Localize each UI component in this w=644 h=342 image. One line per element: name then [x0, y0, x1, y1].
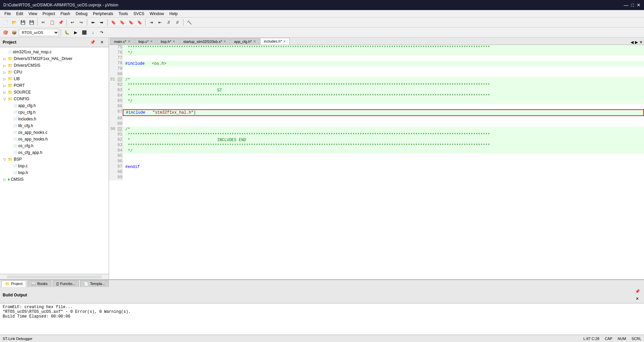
tab-scroll-left-btn[interactable]: ◀ [631, 40, 634, 45]
code-cell-89[interactable] [122, 121, 644, 127]
uncomment-btn[interactable]: // [173, 19, 181, 26]
code-cell-95[interactable] [122, 154, 644, 159]
code-cell-81[interactable]: /* [122, 77, 644, 82]
code-line-79[interactable] [123, 66, 644, 72]
code-cell-79[interactable] [122, 66, 644, 72]
paste-btn[interactable]: 📌 [57, 19, 65, 26]
comment-btn[interactable]: // [165, 19, 173, 26]
code-cell-76[interactable]: */ [122, 50, 644, 56]
code-cell-82[interactable]: ****************************************… [122, 82, 644, 88]
project-hscroll[interactable] [0, 274, 109, 279]
tree-toggle-7[interactable]: ▽ [3, 97, 7, 101]
tab-close-5[interactable]: ✕ [283, 40, 286, 43]
minimize-btn[interactable]: — [624, 2, 629, 8]
target-btn[interactable]: 🎯 [1, 29, 9, 36]
tab-close-all-btn[interactable]: ✕ [639, 40, 643, 45]
tree-item-17[interactable]: 📄bsp.c [0, 163, 109, 169]
code-line-78[interactable]: #include <os.h> [123, 61, 644, 66]
tab-close-0[interactable]: ✕ [128, 40, 130, 43]
indent-btn[interactable]: ⇥ [147, 19, 155, 26]
save-btn[interactable]: 💾 [19, 19, 27, 26]
tab-2[interactable]: bsp.h*✕ [157, 38, 179, 45]
tree-toggle-2[interactable]: ▷ [3, 64, 7, 67]
tree-item-10[interactable]: 📄includes.h [0, 116, 109, 122]
code-cell-84[interactable]: ****************************************… [122, 93, 644, 99]
tree-item-4[interactable]: ▷📁LIB [0, 75, 109, 82]
stop-btn[interactable]: ⬛ [80, 29, 88, 36]
tree-item-14[interactable]: 📄os_cfg.h [0, 142, 109, 149]
tab-scroll-right-btn[interactable]: ▶ [635, 40, 638, 45]
code-cell-87[interactable]: #include "stm32f1xx_hal.h"| [122, 109, 644, 116]
maximize-btn[interactable]: □ [631, 2, 634, 8]
code-line-85[interactable]: */ [123, 99, 644, 104]
code-cell-75[interactable]: ****************************************… [122, 45, 644, 50]
bracket-81[interactable]: □ [118, 77, 122, 81]
tab-close-4[interactable]: ✕ [253, 40, 256, 43]
bookmark4-btn[interactable]: 🔖 [136, 19, 144, 26]
run-btn[interactable]: ▶ [71, 29, 79, 36]
code-cell-88[interactable] [122, 116, 644, 121]
unindent-btn[interactable]: ⇤ [156, 19, 164, 26]
project-close-btn[interactable]: ✕ [98, 39, 106, 46]
build-close-btn[interactable]: ✕ [633, 295, 641, 302]
tree-item-8[interactable]: 📄app_cfg.h [0, 102, 109, 109]
save-all-btn[interactable]: 💾 [28, 19, 36, 26]
code-cell-91[interactable]: ****************************************… [122, 132, 644, 137]
code-line-92[interactable]: * INCLUDES END [123, 137, 644, 143]
code-line-82[interactable]: ****************************************… [123, 82, 644, 88]
code-line-76[interactable]: */ [123, 50, 644, 56]
code-cell-78[interactable]: #include <os.h> [122, 61, 644, 66]
bottom-tab-3[interactable]: 📄Templa... [80, 280, 109, 287]
menu-item-view[interactable]: View [26, 11, 40, 17]
tree-item-15[interactable]: 📄os_cfg_app.h [0, 149, 109, 156]
target-dropdown[interactable]: RTOS_ucOS [19, 29, 59, 36]
cut-btn[interactable]: ✂ [39, 19, 47, 26]
tree-item-12[interactable]: 📄os_app_hooks.c [0, 129, 109, 136]
tree-item-19[interactable]: ▷♦CMSIS [0, 176, 109, 183]
bracket-90[interactable]: □ [118, 127, 122, 131]
build-pin-btn[interactable]: 📌 [633, 288, 641, 295]
copy-btn[interactable]: 📋 [48, 19, 56, 26]
code-cell-94[interactable]: */ [122, 148, 644, 154]
open-btn[interactable]: 📂 [10, 19, 18, 26]
code-line-87[interactable]: #include "stm32f1xx_hal.h"| [123, 109, 644, 116]
window-controls[interactable]: — □ ✕ [624, 2, 641, 8]
nav-back-btn[interactable]: ⬅ [89, 19, 97, 26]
tree-toggle-5[interactable]: ▷ [3, 84, 7, 88]
bottom-tab-1[interactable]: 📖Books [28, 280, 51, 287]
code-cell-93[interactable]: ****************************************… [122, 143, 644, 148]
tab-0[interactable]: main.c*✕ [110, 38, 134, 45]
nav-fwd-btn[interactable]: ➡ [98, 19, 106, 26]
code-line-93[interactable]: ****************************************… [123, 143, 644, 148]
tree-item-2[interactable]: ▷📁Drivers/CMSIS [0, 62, 109, 69]
project-pin-btn[interactable]: 📌 [89, 39, 97, 46]
code-cell-85[interactable]: */ [122, 99, 644, 104]
menu-item-tools[interactable]: Tools [116, 11, 131, 17]
tree-toggle-4[interactable]: ▷ [3, 77, 7, 81]
code-line-81[interactable]: /* [123, 77, 644, 82]
tree-toggle-3[interactable]: ▷ [3, 70, 7, 74]
debug-btn[interactable]: 🐛 [63, 29, 71, 36]
load-btn[interactable]: 📦 [10, 29, 18, 36]
tree-item-9[interactable]: 📄cpu_cfg.h [0, 109, 109, 116]
close-btn[interactable]: ✕ [637, 2, 641, 8]
tab-1[interactable]: bsp.c*✕ [135, 38, 157, 45]
stepover-btn[interactable]: ↷ [98, 29, 106, 36]
menu-item-flash[interactable]: Flash [58, 11, 73, 17]
tree-item-0[interactable]: 📄stm32f1xx_hal_msp.c [0, 49, 109, 55]
code-cell-92[interactable]: * INCLUDES END [122, 137, 644, 143]
new-btn[interactable]: 📄 [1, 19, 9, 26]
code-cell-90[interactable]: /* [122, 127, 644, 132]
code-line-77[interactable] [123, 56, 644, 61]
code-line-90[interactable]: /* [123, 127, 644, 132]
menu-item-window[interactable]: Window [147, 11, 167, 17]
code-line-86[interactable] [123, 104, 644, 109]
code-cell-99[interactable] [122, 175, 644, 180]
tree-item-1[interactable]: ▷📁Drivers/STM32F1xx_HAL_Driver [0, 55, 109, 62]
menu-item-help[interactable]: Help [167, 11, 180, 17]
tab-close-1[interactable]: ✕ [150, 40, 153, 43]
code-line-97[interactable]: #endif [123, 164, 644, 170]
code-cell-98[interactable] [122, 170, 644, 175]
bottom-tab-0[interactable]: 📁Project [1, 280, 26, 287]
tree-toggle-6[interactable]: ▷ [3, 91, 7, 94]
